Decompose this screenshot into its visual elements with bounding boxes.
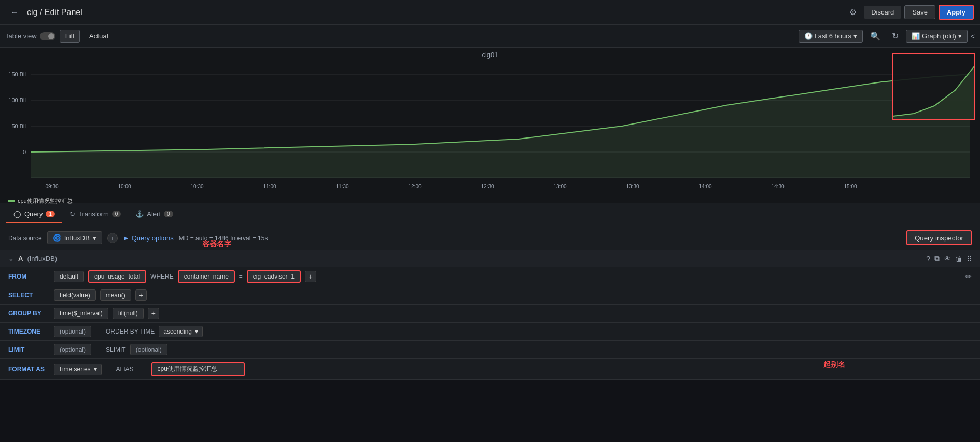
chart-svg: 150 Bil 100 Bil 50 Bil 0 09:30 10:00 10:… — [0, 59, 980, 194]
query-block-header: ⌄ A (InfluxDB) ? ⧉ 👁 🗑 ⠿ — [0, 250, 980, 267]
datasource-selector[interactable]: 🌀 InfluxDB ▾ — [47, 231, 102, 244]
clock-icon: 🕐 — [804, 32, 813, 40]
svg-marker-22 — [893, 64, 975, 120]
format-select[interactable]: Time series ▾ — [54, 364, 102, 375]
graph-type-selector[interactable]: 📊 Graph (old) ▾ — [906, 30, 968, 43]
query-tab-badge: 1 — [46, 211, 55, 217]
chart-title: cig01 — [0, 48, 980, 59]
from-label: FROM — [8, 273, 50, 280]
where-val-chip[interactable]: cig_cadvisor_1 — [247, 270, 301, 283]
svg-text:11:00: 11:00 — [263, 184, 276, 189]
legend-color-dot — [8, 200, 15, 202]
svg-text:10:00: 10:00 — [118, 184, 131, 189]
actual-button[interactable]: Actual — [84, 30, 114, 42]
table-view-toggle[interactable] — [40, 32, 55, 40]
page-title: cig / Edit Panel — [27, 8, 82, 17]
settings-icon[interactable]: ⚙ — [845, 5, 861, 19]
eye-icon[interactable]: 👁 — [944, 255, 951, 263]
annotation-container-name: 容器名字 — [202, 240, 231, 249]
drag-handle-icon[interactable]: ⠿ — [967, 255, 972, 263]
query-block-title: ⌄ A (InfluxDB) — [8, 255, 57, 263]
discard-button[interactable]: Discard — [864, 6, 901, 19]
groupby-add-button[interactable]: + — [148, 308, 159, 319]
slimit-keyword: SLIMIT — [106, 346, 126, 353]
select-add-button[interactable]: + — [135, 289, 147, 301]
svg-text:150 Bil: 150 Bil — [8, 71, 26, 77]
where-key-chip[interactable]: container_name — [178, 270, 235, 283]
time-range-picker[interactable]: 🕐 Last 6 hours ▾ — [799, 30, 863, 43]
fill-button[interactable]: Fill — [60, 30, 80, 43]
select-fn-chip[interactable]: mean() — [100, 289, 131, 301]
query-icon: ◯ — [13, 210, 21, 218]
svg-text:0: 0 — [23, 149, 26, 155]
chevron-down-icon: ▾ — [94, 366, 97, 373]
svg-text:10:30: 10:30 — [190, 184, 203, 189]
table-view-label: Table view — [5, 32, 55, 40]
tab-transform[interactable]: ↻ Transform 0 — [62, 206, 128, 223]
order-by-select[interactable]: ascending ▾ — [159, 326, 203, 337]
chevron-down-icon: ▾ — [958, 32, 962, 40]
slimit-value-chip[interactable]: (optional) — [130, 344, 167, 355]
back-button[interactable]: ← — [6, 6, 23, 19]
tab-alert[interactable]: ⚓ Alert 0 — [128, 206, 180, 223]
where-add-button[interactable]: + — [305, 271, 316, 282]
query-block-actions: ? ⧉ 👁 🗑 ⠿ — [926, 254, 972, 263]
svg-text:09:30: 09:30 — [45, 184, 58, 189]
delete-icon[interactable]: 🗑 — [955, 255, 962, 263]
apply-button[interactable]: Apply — [939, 5, 974, 20]
select-field-chip[interactable]: field(value) — [54, 289, 96, 301]
collapse-icon[interactable]: ⌄ — [8, 255, 14, 263]
edit-icon[interactable]: ✏ — [965, 272, 972, 281]
chevron-down-icon: ▾ — [195, 328, 198, 335]
alias-keyword: ALIAS — [116, 366, 147, 373]
from-default-chip[interactable]: default — [54, 271, 84, 282]
timezone-value-chip[interactable]: (optional) — [54, 326, 91, 337]
query-inspector-button[interactable]: Query inspector — [906, 230, 972, 245]
svg-text:14:30: 14:30 — [771, 184, 784, 189]
groupby-time-chip[interactable]: time($_interval) — [54, 308, 108, 319]
alias-value-chip[interactable]: cpu使用情况监控汇总 — [151, 362, 245, 376]
query-row-select: SELECT field(value) mean() + — [0, 286, 980, 305]
datasource-label: Data source — [8, 234, 42, 242]
limit-label: LIMIT — [8, 346, 50, 353]
groupby-fill-chip[interactable]: fill(null) — [113, 308, 144, 319]
equals-sign: = — [239, 273, 243, 280]
from-measurement-chip[interactable]: cpu_usage_total — [88, 270, 146, 283]
zoom-out-icon[interactable]: 🔍 — [866, 29, 885, 43]
top-bar: ← cig / Edit Panel ⚙ Discard Save Apply — [0, 0, 980, 25]
tab-query[interactable]: ◯ Query 1 — [6, 206, 62, 223]
chart-highlight-svg — [893, 54, 975, 120]
query-row-groupby: GROUP BY time($_interval) fill(null) + — [0, 305, 980, 323]
chart-legend: cpu使用情况监控汇总 — [0, 195, 980, 207]
top-bar-right: ⚙ Discard Save Apply — [845, 5, 974, 20]
format-label: FORMAT AS — [8, 366, 50, 373]
top-bar-left: ← cig / Edit Panel — [6, 6, 82, 19]
limit-value-chip[interactable]: (optional) — [54, 344, 91, 355]
query-row-limit: LIMIT (optional) SLIMIT (optional) — [0, 341, 980, 359]
alert-icon: ⚓ — [135, 210, 144, 218]
query-label: A — [18, 255, 23, 263]
svg-text:12:00: 12:00 — [408, 184, 421, 189]
copy-icon[interactable]: ⧉ — [934, 254, 940, 263]
chevron-down-icon: ▾ — [93, 234, 96, 242]
panel-collapse-icon[interactable]: < — [971, 32, 975, 40]
svg-text:100 Bil: 100 Bil — [8, 97, 26, 103]
graph-icon: 📊 — [912, 32, 920, 40]
db-label: (InfluxDB) — [27, 255, 57, 263]
help-icon[interactable]: ? — [926, 255, 930, 263]
groupby-label: GROUP BY — [8, 310, 50, 317]
chevron-down-icon: ▾ — [853, 32, 857, 40]
transform-icon: ↻ — [69, 210, 75, 218]
refresh-icon[interactable]: ↻ — [888, 29, 903, 43]
save-button[interactable]: Save — [904, 5, 935, 19]
datasource-info-icon[interactable]: i — [107, 233, 118, 243]
annotation-alias: 起别名 — [823, 360, 845, 369]
query-options-toggle[interactable]: ► Query options — [123, 234, 174, 242]
query-row-timezone: TIMEZONE (optional) ORDER BY TIME ascend… — [0, 323, 980, 341]
orderby-keyword: ORDER BY TIME — [106, 328, 155, 335]
select-label: SELECT — [8, 292, 50, 299]
datasource-row: Data source 🌀 InfluxDB ▾ i ► Query optio… — [0, 226, 980, 250]
svg-text:15:00: 15:00 — [844, 184, 857, 189]
chart-highlight-box — [892, 53, 975, 120]
alert-tab-badge: 0 — [164, 211, 173, 217]
